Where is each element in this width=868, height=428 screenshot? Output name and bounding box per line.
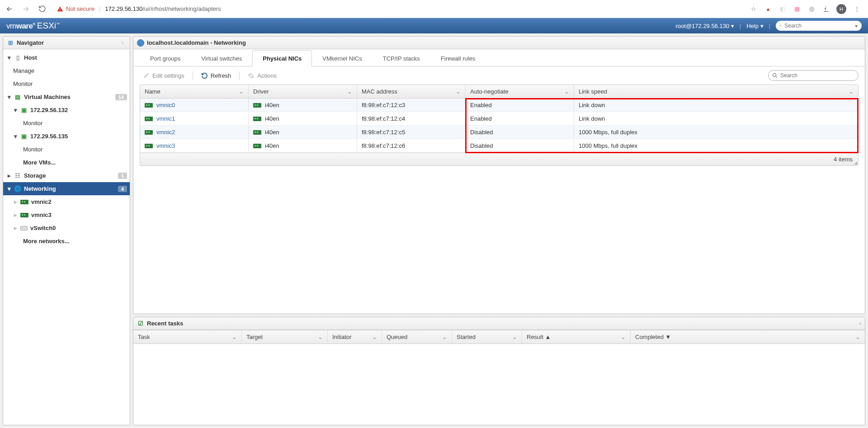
pdf-extension-icon[interactable]: ▲ xyxy=(764,5,772,13)
task-col-completed[interactable]: Completed ▼⌄ xyxy=(631,330,865,343)
refresh-icon xyxy=(201,72,208,79)
chevron-down-icon: ⌄ xyxy=(347,88,352,95)
nic-name-link[interactable]: vmnic3 xyxy=(156,142,175,149)
auto-negotiate-value: Enabled xyxy=(470,115,492,122)
nic-icon xyxy=(253,144,261,148)
extension-icon-2[interactable]: ▦ xyxy=(793,5,801,13)
nav-vm-1-monitor[interactable]: Monitor xyxy=(3,117,130,130)
physical-nics-grid: Name⌄ Driver⌄ MAC address⌄ Auto-negotiat… xyxy=(140,85,859,166)
vm-folder-icon: ▤ xyxy=(14,94,21,101)
svg-point-1 xyxy=(773,74,776,77)
task-col-task[interactable]: Task⌄ xyxy=(133,330,242,343)
tab-vmkernel-nics[interactable]: VMkernel NICs xyxy=(312,50,372,66)
col-link-speed[interactable]: Link speed⌄ xyxy=(574,85,858,98)
refresh-button[interactable]: Refresh xyxy=(198,71,235,81)
nav-vmnic2[interactable]: ▸vmnic2 xyxy=(3,195,130,208)
global-search-input[interactable] xyxy=(784,23,852,29)
task-col-queued[interactable]: Queued⌄ xyxy=(382,330,452,343)
grid-search-input[interactable] xyxy=(780,72,854,79)
col-driver[interactable]: Driver⌄ xyxy=(249,85,357,98)
nav-host[interactable]: ▾▯Host xyxy=(3,51,130,64)
vmware-logo: vmware® ESXi™ xyxy=(6,21,60,31)
link-speed-value: 1000 Mbps, full duplex xyxy=(579,129,637,136)
bookmark-star-icon[interactable]: ☆ xyxy=(750,5,758,13)
nav-more-vms[interactable]: More VMs... xyxy=(3,156,130,169)
nav-vmnic3[interactable]: ▸vmnic3 xyxy=(3,208,130,221)
nav-virtual-machines[interactable]: ▾▤Virtual Machines14 xyxy=(3,90,130,103)
nav-host-manage[interactable]: Manage xyxy=(3,64,130,77)
table-row[interactable]: vmnic2i40enf8:98:ef:c7:12:c5Disabled1000… xyxy=(140,126,858,139)
mac-value: f8:98:ef:c7:12:c3 xyxy=(362,102,405,108)
actions-button[interactable]: Actions xyxy=(244,71,280,81)
extension-icon-1[interactable]: ◧ xyxy=(778,5,787,13)
maximize-icon[interactable]: ▫ xyxy=(859,320,861,327)
table-row[interactable]: vmnic3i40enf8:98:ef:c7:12:c6Disabled1000… xyxy=(140,139,858,153)
tab-tcpip-stacks[interactable]: TCP/IP stacks xyxy=(373,50,430,66)
nav-networking[interactable]: ▾🌐Networking4 xyxy=(3,182,130,195)
driver-value: i40en xyxy=(265,142,279,149)
browser-menu-icon[interactable]: ⋮ xyxy=(853,5,861,13)
auto-negotiate-value: Disabled xyxy=(470,129,493,136)
task-col-started[interactable]: Started⌄ xyxy=(452,330,522,343)
nic-name-link[interactable]: vmnic0 xyxy=(156,102,175,108)
user-menu[interactable]: root@172.29.56.130 ▾ xyxy=(675,23,734,29)
app-header: vmware® ESXi™ root@172.29.56.130 ▾ | Hel… xyxy=(0,18,868,33)
storage-count-badge: 1 xyxy=(118,173,127,179)
nav-vm-1[interactable]: ▾▣172.29.56.132 xyxy=(3,103,130,117)
table-row[interactable]: vmnic1i40enf8:98:ef:c7:12:c4EnabledLink … xyxy=(140,112,858,126)
col-name[interactable]: Name⌄ xyxy=(140,85,249,98)
search-icon xyxy=(772,73,778,78)
chevron-down-icon: ⌄ xyxy=(564,88,569,95)
vm-icon: ▣ xyxy=(20,107,28,114)
navigator-header: ⊞ Navigator ▫ xyxy=(3,37,130,49)
auto-negotiate-value: Enabled xyxy=(470,102,492,108)
recent-tasks-title: Recent tasks xyxy=(147,320,183,327)
profile-avatar[interactable]: H xyxy=(836,4,846,14)
browser-actions: ☆ ▲ ◧ ▦ ◎ H ⋮ xyxy=(750,4,864,14)
not-secure-badge: Not secure xyxy=(57,5,94,12)
task-col-target[interactable]: Target⌄ xyxy=(242,330,328,343)
tab-physical-nics[interactable]: Physical NICs xyxy=(252,50,312,66)
search-dropdown-icon[interactable]: ▾ xyxy=(855,23,858,29)
edit-settings-button: Edit settings xyxy=(140,71,188,81)
link-speed-value: Link down xyxy=(579,115,605,122)
browser-back-button[interactable] xyxy=(4,3,15,15)
nav-vm-2[interactable]: ▾▣172.29.56.135 xyxy=(3,130,130,143)
navigator-icon: ⊞ xyxy=(7,39,14,47)
address-bar[interactable]: Not secure | 172.29.56.130/ui/#/host/net… xyxy=(52,3,745,15)
help-menu[interactable]: Help ▾ xyxy=(746,23,763,29)
grid-toolbar: Edit settings Refresh Actions xyxy=(133,66,865,85)
task-col-initiator[interactable]: Initiator⌄ xyxy=(328,330,382,343)
mac-value: f8:98:ef:c7:12:c4 xyxy=(362,115,405,122)
collapse-icon[interactable]: ▫ xyxy=(119,39,126,47)
grid-search[interactable] xyxy=(768,70,859,81)
nic-name-link[interactable]: vmnic2 xyxy=(156,129,175,136)
gear-icon xyxy=(248,72,255,79)
driver-value: i40en xyxy=(265,115,279,122)
browser-toolbar: Not secure | 172.29.56.130/ui/#/host/net… xyxy=(0,0,868,18)
nav-host-monitor[interactable]: Monitor xyxy=(3,77,130,90)
browser-reload-button[interactable] xyxy=(36,3,48,15)
nav-more-networks[interactable]: More networks... xyxy=(3,235,130,248)
nav-vm-2-monitor[interactable]: Monitor xyxy=(3,143,130,156)
task-col-result[interactable]: Result ▲⌄ xyxy=(522,330,631,343)
col-auto-negotiate[interactable]: Auto-negotiate⌄ xyxy=(466,85,574,98)
global-search[interactable]: ▾ xyxy=(776,21,862,31)
grid-item-count: 4 items xyxy=(834,156,853,163)
table-row[interactable]: vmnic0i40enf8:98:ef:c7:12:c3EnabledLink … xyxy=(140,99,858,112)
tab-port-groups[interactable]: Port groups xyxy=(140,50,191,66)
nic-name-link[interactable]: vmnic1 xyxy=(156,115,175,122)
nav-vswitch0[interactable]: ▸vSwitch0 xyxy=(3,221,130,235)
driver-value: i40en xyxy=(265,102,279,108)
col-mac[interactable]: MAC address⌄ xyxy=(357,85,466,98)
resize-grip-icon[interactable]: ◢ xyxy=(853,160,857,165)
recent-tasks-panel: ☑ Recent tasks ▫ Task⌄ Target⌄ Initiator… xyxy=(133,317,865,425)
nic-icon xyxy=(20,200,28,204)
nic-icon xyxy=(145,144,153,148)
extension-icon-3[interactable]: ◎ xyxy=(807,5,816,13)
browser-forward-button[interactable] xyxy=(20,3,32,15)
download-icon[interactable] xyxy=(822,5,830,13)
tab-firewall-rules[interactable]: Firewall rules xyxy=(430,50,486,66)
tab-virtual-switches[interactable]: Virtual switches xyxy=(191,50,252,66)
nav-storage[interactable]: ▸☷Storage1 xyxy=(3,169,130,182)
